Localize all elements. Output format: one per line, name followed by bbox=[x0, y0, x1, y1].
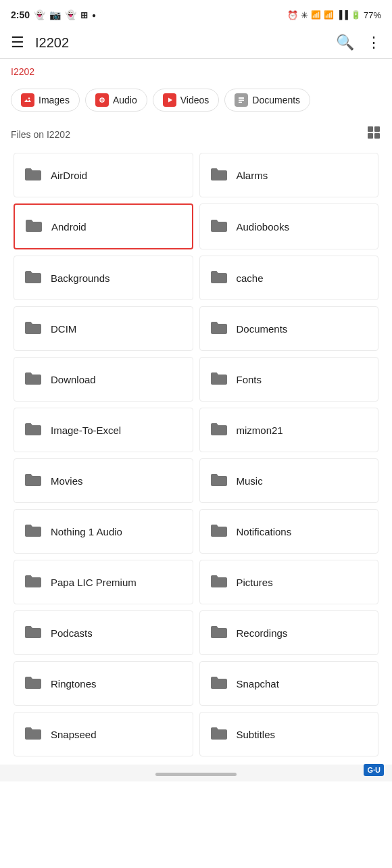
svg-rect-14 bbox=[374, 133, 380, 139]
folder-name: Music bbox=[237, 475, 263, 487]
search-button[interactable]: 🔍 bbox=[336, 34, 354, 51]
snapchat2-icon: 👻 bbox=[65, 9, 76, 20]
folder-icon bbox=[210, 217, 228, 236]
audio-tab-icon bbox=[95, 93, 109, 107]
folder-item[interactable]: Music bbox=[199, 458, 379, 503]
folder-icon bbox=[210, 370, 228, 389]
bottom-bar: G·U bbox=[0, 765, 392, 781]
folder-name: Download bbox=[51, 374, 96, 385]
svg-rect-9 bbox=[239, 100, 244, 101]
documents-tab-icon bbox=[235, 93, 248, 107]
instagram-icon: 📷 bbox=[49, 9, 61, 20]
bluetooth-icon: ✳ bbox=[301, 10, 308, 20]
grid-icon: ⊞ bbox=[80, 10, 88, 20]
view-toggle-button[interactable] bbox=[366, 125, 381, 143]
menu-button[interactable]: ☰ bbox=[11, 34, 24, 51]
svg-point-1 bbox=[28, 97, 30, 99]
folder-item[interactable]: cache bbox=[199, 256, 379, 300]
page-title: I2202 bbox=[35, 35, 336, 51]
svg-point-4 bbox=[101, 99, 103, 101]
app-bar-actions: 🔍 ⋮ bbox=[336, 34, 381, 51]
folder-item[interactable]: Snapseed bbox=[14, 712, 193, 756]
folder-icon bbox=[24, 674, 43, 693]
folder-item[interactable]: Recordings bbox=[199, 610, 379, 655]
svg-rect-8 bbox=[239, 97, 244, 99]
folder-name: cache bbox=[237, 272, 264, 284]
svg-rect-11 bbox=[368, 126, 373, 132]
folder-icon bbox=[24, 166, 43, 185]
battery-percent: 77% bbox=[364, 10, 381, 20]
folder-name: Alarms bbox=[237, 170, 268, 181]
folder-item[interactable]: AirDroid bbox=[14, 153, 193, 197]
folder-icon bbox=[210, 522, 228, 541]
folder-item[interactable]: Audiobooks bbox=[199, 203, 379, 249]
audio-tab-label: Audio bbox=[113, 95, 137, 105]
folder-icon bbox=[210, 471, 228, 490]
tab-videos[interactable]: Videos bbox=[153, 89, 220, 112]
battery-icon: 🔋 bbox=[351, 10, 361, 20]
folder-icon bbox=[210, 623, 228, 642]
files-label: Files on I2202 bbox=[11, 129, 70, 140]
folder-name: Backgrounds bbox=[51, 272, 110, 284]
folder-name: Nothing 1 Audio bbox=[51, 526, 122, 537]
folder-name: Ringtones bbox=[51, 678, 97, 690]
folder-icon bbox=[24, 217, 43, 236]
breadcrumb-text[interactable]: I2202 bbox=[11, 66, 34, 77]
svg-rect-10 bbox=[239, 102, 242, 103]
folder-name: Snapchat bbox=[237, 678, 279, 690]
folder-item[interactable]: Papa LIC Premium bbox=[14, 560, 193, 604]
more-button[interactable]: ⋮ bbox=[366, 34, 381, 51]
folder-item[interactable]: Image-To-Excel bbox=[14, 408, 193, 452]
videos-tab-icon bbox=[163, 93, 176, 107]
folder-item[interactable]: Fonts bbox=[199, 357, 379, 402]
files-grid: AirDroid Alarms Android Audiobooks bbox=[0, 150, 392, 759]
folder-name: Movies bbox=[51, 475, 83, 487]
folder-icon bbox=[210, 420, 228, 439]
folder-item[interactable]: Podcasts bbox=[14, 610, 193, 655]
svg-rect-12 bbox=[374, 126, 380, 132]
folder-name: Audiobooks bbox=[237, 221, 289, 233]
folder-name: AirDroid bbox=[51, 170, 87, 181]
tab-documents[interactable]: Documents bbox=[224, 89, 310, 112]
svg-rect-0 bbox=[23, 95, 32, 105]
folder-icon bbox=[210, 268, 228, 287]
watermark: G·U bbox=[364, 764, 384, 776]
breadcrumb: I2202 bbox=[0, 59, 392, 82]
tab-audio[interactable]: Audio bbox=[85, 89, 147, 112]
folder-item[interactable]: Snapchat bbox=[199, 661, 379, 706]
images-tab-label: Images bbox=[39, 95, 70, 105]
folder-item[interactable]: Subtitles bbox=[199, 712, 379, 756]
folder-icon bbox=[24, 623, 43, 642]
status-time: 2:50 👻 📷 👻 ⊞ ● bbox=[11, 9, 96, 20]
bottom-handle bbox=[155, 773, 237, 776]
folder-item[interactable]: Pictures bbox=[199, 560, 379, 604]
folder-name: Snapseed bbox=[51, 729, 97, 740]
folder-item[interactable]: Notifications bbox=[199, 509, 379, 554]
folder-item[interactable]: mizmon21 bbox=[199, 408, 379, 452]
folder-icon bbox=[210, 166, 228, 185]
folder-item[interactable]: Alarms bbox=[199, 153, 379, 197]
folder-item[interactable]: Backgrounds bbox=[14, 256, 193, 300]
folder-name: Fonts bbox=[237, 374, 262, 385]
app-bar: ☰ I2202 🔍 ⋮ bbox=[0, 27, 392, 59]
folder-name: DCIM bbox=[51, 323, 76, 335]
alarm-icon: ⏰ bbox=[287, 10, 298, 20]
folder-name: Documents bbox=[237, 323, 288, 335]
folder-item[interactable]: Android bbox=[14, 203, 193, 249]
folder-name: Papa LIC Premium bbox=[51, 577, 137, 588]
folder-item[interactable]: Documents bbox=[199, 306, 379, 351]
folder-name: Podcasts bbox=[51, 627, 93, 639]
folder-name: Notifications bbox=[237, 526, 292, 537]
folder-item[interactable]: Download bbox=[14, 357, 193, 402]
folder-name: Image-To-Excel bbox=[51, 425, 121, 436]
network-icon: ▐▐ bbox=[337, 10, 348, 20]
images-tab-icon bbox=[21, 93, 34, 107]
folder-item[interactable]: Ringtones bbox=[14, 661, 193, 706]
folder-icon bbox=[24, 725, 43, 744]
folder-icon bbox=[24, 319, 43, 338]
tab-images[interactable]: Images bbox=[11, 89, 80, 112]
folder-item[interactable]: DCIM bbox=[14, 306, 193, 351]
folder-item[interactable]: Nothing 1 Audio bbox=[14, 509, 193, 554]
folder-item[interactable]: Movies bbox=[14, 458, 193, 503]
videos-tab-label: Videos bbox=[180, 95, 210, 105]
